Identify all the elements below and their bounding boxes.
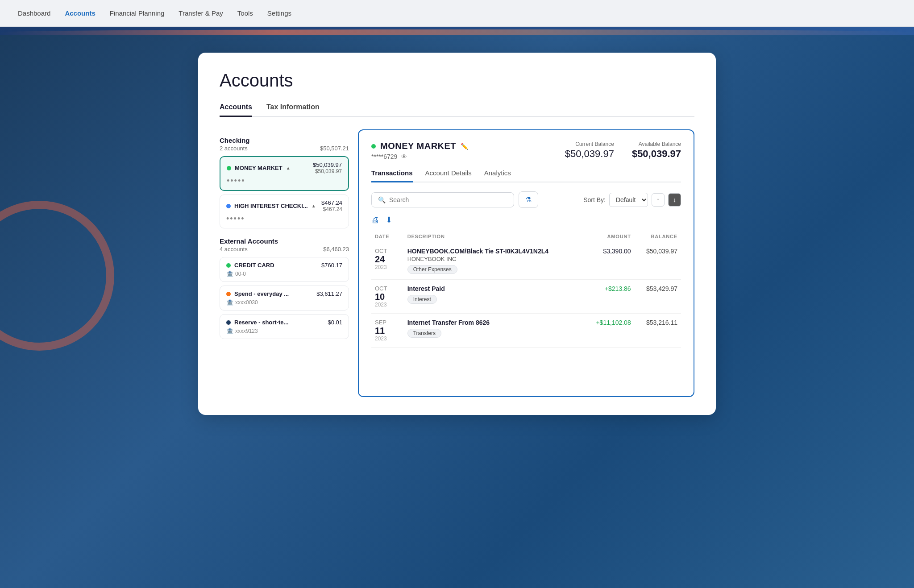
print-button[interactable]: 🖨 xyxy=(371,215,379,225)
search-input[interactable] xyxy=(389,196,507,203)
checking-group-title: Checking xyxy=(220,137,349,144)
dot-money-market xyxy=(227,166,231,170)
detail-name-label: MONEY MARKET xyxy=(380,141,456,151)
money-market-amount: $50,039.97 xyxy=(313,161,342,168)
badge-arrow-hi: ▲ xyxy=(312,203,316,208)
current-balance-section: Current Balance $50,039.97 xyxy=(565,141,614,160)
reserve-label: Reserve - short-te... xyxy=(234,319,288,326)
nav-transfer-pay[interactable]: Transfer & Pay xyxy=(179,8,223,19)
checking-total: $50,507.21 xyxy=(320,145,349,152)
main-card: Accounts Accounts Tax Information Checki… xyxy=(198,53,716,415)
building-icon-cc: 🏦 xyxy=(226,270,233,277)
detail-account-name: MONEY MARKET ✏️ xyxy=(371,141,469,151)
badge-arrow-mm: ▲ xyxy=(286,166,291,170)
tab-account-details[interactable]: Account Details xyxy=(425,169,472,182)
sort-select[interactable]: Default xyxy=(609,193,648,207)
detail-panel: MONEY MARKET ✏️ *****6729 👁 Current Bala… xyxy=(358,129,694,397)
col-balance: BALANCE xyxy=(635,231,681,242)
tx-amount-1: +$213.86 xyxy=(583,280,634,314)
sort-by-label: Sort By: xyxy=(583,196,606,203)
external-group-title: External Accounts xyxy=(220,237,349,245)
dot-high-interest xyxy=(226,204,231,208)
dot-reserve xyxy=(226,320,231,325)
building-icon-reserve: 🏦 xyxy=(226,327,233,334)
tx-balance-0: $50,039.97 xyxy=(635,242,681,280)
account-item-money-market[interactable]: MONEY MARKET ▲ $50,039.97 $50,039.97 •••… xyxy=(220,156,349,191)
building-icon-spend: 🏦 xyxy=(226,299,233,306)
nav-settings[interactable]: Settings xyxy=(267,8,291,19)
tx-amount-0: $3,390.00 xyxy=(583,242,634,280)
available-balance-section: Available Balance $50,039.97 xyxy=(632,141,681,160)
tx-date-0: OCT 24 2023 xyxy=(371,242,404,280)
dot-spend xyxy=(226,292,231,296)
spend-sub: xxxx0030 xyxy=(235,299,258,306)
filter-icon: ⚗ xyxy=(525,196,532,203)
account-item-reserve[interactable]: Reserve - short-te... $0.01 🏦 xxxx9123 xyxy=(220,314,349,339)
transactions-table: DATE DESCRIPTION AMOUNT BALANCE OCT 24 2… xyxy=(371,231,681,348)
balance-columns: Current Balance $50,039.97 Available Bal… xyxy=(565,141,681,160)
spend-amount: $3,611.27 xyxy=(316,290,342,297)
content-area: Checking 2 accounts $50,507.21 MONEY MAR… xyxy=(220,129,694,397)
nav-financial-planning[interactable]: Financial Planning xyxy=(110,8,165,19)
tx-balance-1: $53,429.97 xyxy=(635,280,681,314)
account-item-credit-card[interactable]: CREDIT CARD $760.17 🏦 00-0 xyxy=(220,257,349,282)
credit-card-sub: 00-0 xyxy=(235,271,246,277)
sidebar: Checking 2 accounts $50,507.21 MONEY MAR… xyxy=(220,129,358,397)
eye-icon[interactable]: 👁 xyxy=(401,153,407,160)
filter-button[interactable]: ⚗ xyxy=(519,191,538,208)
reserve-amount: $0.01 xyxy=(328,319,342,326)
search-row: 🔍 ⚗ Sort By: Default ↑ ↓ xyxy=(371,191,681,208)
checking-group-meta: 2 accounts $50,507.21 xyxy=(220,145,349,152)
action-icons-row: 🖨 ⬇ xyxy=(371,215,681,225)
top-nav: Dashboard Accounts Financial Planning Tr… xyxy=(0,0,914,27)
search-icon: 🔍 xyxy=(378,196,386,203)
col-amount: AMOUNT xyxy=(583,231,634,242)
tx-desc-1: Interest Paid Interest xyxy=(404,280,584,314)
nav-tools[interactable]: Tools xyxy=(237,8,253,19)
account-item-high-interest[interactable]: HIGH INTEREST CHECKI... ▲ $467.24 $467.2… xyxy=(220,195,349,228)
tab-tax-information[interactable]: Tax Information xyxy=(266,103,320,117)
page-tabs: Accounts Tax Information xyxy=(220,103,694,117)
external-count: 4 accounts xyxy=(220,246,248,253)
tx-date-1: OCT 10 2023 xyxy=(371,280,404,314)
tx-balance-2: $53,216.11 xyxy=(635,314,681,348)
table-row: OCT 24 2023 HONEYBOOK.COM/Black Tie ST-I… xyxy=(371,242,681,280)
available-balance-label: Available Balance xyxy=(632,141,681,147)
sort-desc-button[interactable]: ↓ xyxy=(668,193,681,207)
col-description: DESCRIPTION xyxy=(404,231,584,242)
tx-date-2: SEP 11 2023 xyxy=(371,314,404,348)
nav-dashboard[interactable]: Dashboard xyxy=(18,8,50,19)
table-row: SEP 11 2023 Internet Transfer From 8626 … xyxy=(371,314,681,348)
tx-amount-2: +$11,102.08 xyxy=(583,314,634,348)
tx-desc-2: Internet Transfer From 8626 Transfers xyxy=(404,314,584,348)
col-date: DATE xyxy=(371,231,404,242)
tx-desc-0: HONEYBOOK.COM/Black Tie ST-I0K3L4V1N2L4 … xyxy=(404,242,584,280)
wave-bar xyxy=(0,27,914,35)
account-number: *****6729 xyxy=(371,153,397,160)
search-box[interactable]: 🔍 xyxy=(371,192,514,207)
current-balance-amount: $50,039.97 xyxy=(565,148,614,160)
external-total: $6,460.23 xyxy=(323,246,349,253)
money-market-amount-secondary: $50,039.97 xyxy=(313,168,342,174)
checking-count: 2 accounts xyxy=(220,145,248,152)
nav-accounts[interactable]: Accounts xyxy=(65,8,95,19)
high-interest-amount: $467.24 xyxy=(321,199,342,206)
spend-label: Spend - everyday ... xyxy=(234,290,289,297)
current-balance-label: Current Balance xyxy=(565,141,614,147)
dot-detail-account xyxy=(371,144,376,149)
sort-asc-button[interactable]: ↑ xyxy=(652,193,665,207)
edit-icon[interactable]: ✏️ xyxy=(461,143,469,150)
main-wrapper: Accounts Accounts Tax Information Checki… xyxy=(0,35,914,588)
account-number-row: *****6729 👁 xyxy=(371,153,469,160)
tab-accounts[interactable]: Accounts xyxy=(220,103,252,117)
sort-row: Sort By: Default ↑ ↓ xyxy=(583,193,681,207)
tab-analytics[interactable]: Analytics xyxy=(484,169,511,182)
download-button[interactable]: ⬇ xyxy=(386,215,392,225)
high-interest-label: HIGH INTEREST CHECKI... xyxy=(234,203,308,209)
high-interest-dots: ••••• xyxy=(226,214,245,224)
high-interest-amount-secondary: $467.24 xyxy=(321,206,342,212)
account-item-spend[interactable]: Spend - everyday ... $3,611.27 🏦 xxxx003… xyxy=(220,286,349,311)
money-market-dots: ••••• xyxy=(227,176,245,186)
tab-transactions[interactable]: Transactions xyxy=(371,169,413,182)
reserve-sub: xxxx9123 xyxy=(235,328,258,334)
